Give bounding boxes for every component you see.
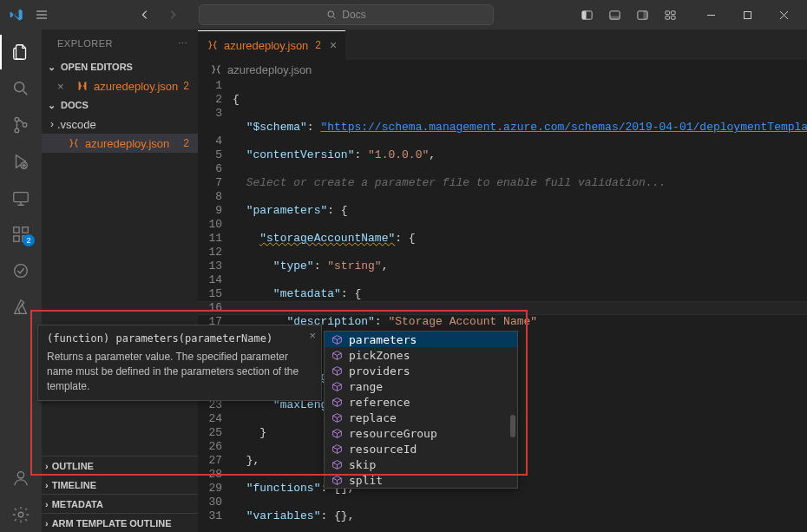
window-minimize-icon[interactable] [692,2,729,28]
problems-badge: 2 [183,80,189,92]
cube-icon [331,381,344,392]
sidebar-title: EXPLORER [57,38,113,49]
suggest-label: parameters [349,333,417,346]
folder-vscode[interactable]: › .vscode [42,115,198,134]
activity-remote-icon[interactable] [0,181,42,215]
layout-bottom-icon[interactable] [600,3,628,27]
suggest-item[interactable]: pickZones [325,347,517,363]
suggest-item[interactable]: resourceId [325,441,517,456]
hover-close-icon[interactable]: × [309,329,316,342]
suggest-scrollbar[interactable] [510,415,515,437]
layout-customize-icon[interactable] [656,3,684,27]
title-bar: Docs [0,0,807,30]
activity-testing-icon[interactable] [0,253,42,288]
svg-point-14 [15,128,19,133]
intellisense-popup[interactable]: parameterspickZonesprovidersrangereferen… [324,331,518,489]
json-file-icon [76,80,89,92]
svg-rect-6 [643,10,647,18]
cube-icon [331,428,344,439]
suggest-item[interactable]: replace [325,410,517,425]
suggest-item[interactable]: range [325,378,517,394]
cube-icon [331,475,344,486]
section-arm-outline[interactable]: › ARM TEMPLATE OUTLINE [42,513,198,532]
svg-rect-4 [609,16,619,19]
svg-rect-7 [665,10,669,14]
tab-azuredeploy[interactable]: azuredeploy.json 2 × [198,30,345,60]
activity-settings-icon[interactable] [0,497,42,532]
json-file-icon [68,137,80,149]
svg-rect-9 [665,16,669,19]
json-file-icon [207,39,219,51]
suggest-item[interactable]: parameters [325,332,517,347]
window-close-icon[interactable] [765,2,802,28]
chevron-down-icon: ⌄ [45,62,57,73]
command-search-input[interactable]: Docs [199,4,494,25]
svg-rect-2 [581,10,586,18]
search-placeholder: Docs [342,9,365,21]
suggest-label: resourceGroup [349,427,437,440]
hover-description: Returns a parameter value. The specified… [47,350,312,393]
sidebar: EXPLORER ⋯ ⌄ OPEN EDITORS × azuredeploy.… [42,30,198,532]
menu-icon[interactable] [30,3,54,27]
suggest-item[interactable]: providers [325,363,517,378]
problems-badge: 2 [183,137,189,149]
cube-icon [331,365,344,377]
docs-file-row[interactable]: azuredeploy.json 2 [42,134,198,153]
activity-explorer-icon[interactable] [0,35,42,69]
chevron-down-icon: ⌄ [45,100,57,111]
search-icon [326,10,337,20]
window-maximize-icon[interactable] [729,2,765,28]
close-icon[interactable]: × [57,80,71,93]
tab-badge: 2 [315,39,321,51]
app-logo [9,7,24,23]
suggest-label: pickZones [349,349,410,362]
suggest-label: replace [349,411,397,424]
activity-extensions-icon[interactable]: 2 [0,217,42,252]
suggest-label: providers [349,365,410,378]
svg-rect-8 [671,10,675,14]
chevron-right-icon: › [45,480,49,490]
layout-right-icon[interactable] [628,3,656,27]
cube-icon [331,412,344,424]
section-open-editors[interactable]: ⌄ OPEN EDITORS [42,57,198,76]
editor-area: azuredeploy.json 2 × ⋯ azuredeploy.json … [198,30,807,532]
activity-source-control-icon[interactable] [0,108,42,142]
chevron-right-icon: › [45,518,49,529]
open-editor-row[interactable]: × azuredeploy.json 2 [42,76,198,95]
svg-rect-21 [23,227,28,233]
section-timeline[interactable]: › TIMELINE [42,475,198,494]
svg-rect-10 [671,16,675,19]
cube-icon [331,397,344,408]
suggest-item[interactable]: skip [325,456,517,472]
breadcrumb[interactable]: azuredeploy.json [198,60,807,79]
activity-search-icon[interactable] [0,71,42,106]
activity-run-debug-icon[interactable] [0,144,42,179]
sidebar-more-icon[interactable]: ⋯ [178,38,188,49]
suggest-label: resourceId [349,443,417,456]
tab-bar: azuredeploy.json 2 × ⋯ [198,30,807,60]
activity-account-icon[interactable] [0,461,42,496]
section-docs[interactable]: ⌄ DOCS [42,95,198,115]
suggest-item[interactable]: resourceGroup [325,425,517,441]
chevron-right-icon: › [45,499,49,509]
nav-forward-icon[interactable] [161,4,185,25]
layout-left-icon[interactable] [573,3,600,27]
section-metadata[interactable]: › METADATA [42,494,198,513]
nav-back-icon[interactable] [133,4,157,25]
extensions-badge: 2 [23,234,35,246]
activity-bar: 2 [0,30,42,532]
breadcrumb-file: azuredeploy.json [227,63,312,76]
suggest-item[interactable]: split [325,472,517,488]
suggest-item[interactable]: reference [325,394,517,410]
activity-azure-icon[interactable] [0,290,42,325]
svg-rect-17 [14,193,29,202]
svg-point-12 [15,82,24,92]
suggest-label: skip [349,458,376,471]
tab-label: azuredeploy.json [224,39,308,52]
tab-close-icon[interactable]: × [330,38,337,52]
svg-rect-18 [14,227,19,233]
hover-tooltip: (function) parameters(parameterName) Ret… [37,325,322,401]
svg-point-13 [15,117,19,122]
section-outline[interactable]: › OUTLINE [42,456,198,475]
cube-icon [331,350,344,361]
